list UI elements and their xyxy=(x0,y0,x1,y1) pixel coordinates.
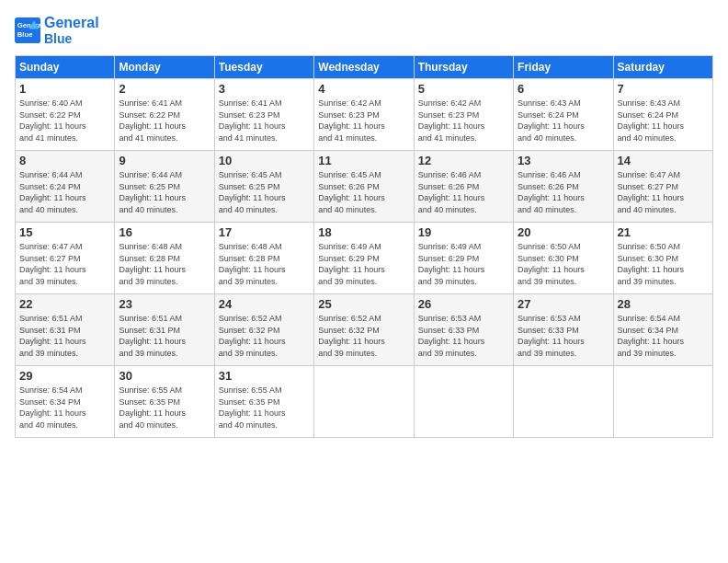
day-detail: Sunrise: 6:51 AMSunset: 6:31 PMDaylight:… xyxy=(119,313,210,359)
day-detail: Sunrise: 6:52 AMSunset: 6:32 PMDaylight:… xyxy=(219,313,310,359)
calendar-cell: 28Sunrise: 6:54 AMSunset: 6:34 PMDayligh… xyxy=(613,294,712,366)
calendar-cell: 2Sunrise: 6:41 AMSunset: 6:22 PMDaylight… xyxy=(115,79,214,151)
calendar-cell: 4Sunrise: 6:42 AMSunset: 6:23 PMDaylight… xyxy=(314,79,414,151)
day-number: 1 xyxy=(19,82,110,96)
calendar-cell: 30Sunrise: 6:55 AMSunset: 6:35 PMDayligh… xyxy=(115,366,214,438)
day-number: 20 xyxy=(518,225,609,239)
day-number: 8 xyxy=(19,154,110,167)
day-number: 3 xyxy=(219,82,310,96)
day-detail: Sunrise: 6:46 AMSunset: 6:26 PMDaylight:… xyxy=(418,169,509,215)
day-number: 23 xyxy=(119,297,210,311)
day-detail: Sunrise: 6:42 AMSunset: 6:23 PMDaylight:… xyxy=(418,98,509,144)
calendar-cell: 29Sunrise: 6:54 AMSunset: 6:34 PMDayligh… xyxy=(16,366,115,438)
logo-icon: General Blue xyxy=(15,17,40,43)
calendar-week-2: 8Sunrise: 6:44 AMSunset: 6:24 PMDaylight… xyxy=(16,151,713,223)
calendar-cell: 25Sunrise: 6:52 AMSunset: 6:32 PMDayligh… xyxy=(314,294,414,366)
day-detail: Sunrise: 6:55 AMSunset: 6:35 PMDaylight:… xyxy=(119,385,210,431)
day-number: 21 xyxy=(618,225,709,239)
calendar-cell: 11Sunrise: 6:45 AMSunset: 6:26 PMDayligh… xyxy=(314,151,414,223)
day-number: 31 xyxy=(219,369,310,383)
calendar-cell xyxy=(613,366,712,438)
day-detail: Sunrise: 6:43 AMSunset: 6:24 PMDaylight:… xyxy=(618,98,709,144)
day-number: 15 xyxy=(19,225,110,239)
day-detail: Sunrise: 6:46 AMSunset: 6:26 PMDaylight:… xyxy=(518,169,609,215)
calendar-cell: 19Sunrise: 6:49 AMSunset: 6:29 PMDayligh… xyxy=(414,223,513,294)
calendar-cell: 21Sunrise: 6:50 AMSunset: 6:30 PMDayligh… xyxy=(613,223,712,294)
day-number: 19 xyxy=(418,225,509,239)
day-detail: Sunrise: 6:48 AMSunset: 6:28 PMDaylight:… xyxy=(219,241,310,287)
day-detail: Sunrise: 6:45 AMSunset: 6:25 PMDaylight:… xyxy=(219,169,310,215)
calendar-cell: 17Sunrise: 6:48 AMSunset: 6:28 PMDayligh… xyxy=(214,223,313,294)
day-number: 17 xyxy=(219,225,310,239)
calendar-cell: 13Sunrise: 6:46 AMSunset: 6:26 PMDayligh… xyxy=(514,151,613,223)
day-detail: Sunrise: 6:49 AMSunset: 6:29 PMDaylight:… xyxy=(318,241,409,287)
day-number: 10 xyxy=(219,154,310,167)
day-detail: Sunrise: 6:52 AMSunset: 6:32 PMDaylight:… xyxy=(318,313,409,359)
day-number: 5 xyxy=(418,82,509,96)
calendar-cell: 7Sunrise: 6:43 AMSunset: 6:24 PMDaylight… xyxy=(613,79,712,151)
day-detail: Sunrise: 6:54 AMSunset: 6:34 PMDaylight:… xyxy=(19,385,110,431)
day-detail: Sunrise: 6:54 AMSunset: 6:34 PMDaylight:… xyxy=(618,313,709,359)
calendar-cell: 31Sunrise: 6:55 AMSunset: 6:35 PMDayligh… xyxy=(214,366,313,438)
weekday-header-thursday: Thursday xyxy=(414,56,513,79)
day-detail: Sunrise: 6:51 AMSunset: 6:31 PMDaylight:… xyxy=(19,313,110,359)
day-detail: Sunrise: 6:50 AMSunset: 6:30 PMDaylight:… xyxy=(518,241,609,287)
day-number: 28 xyxy=(618,297,709,311)
weekday-header-saturday: Saturday xyxy=(613,56,712,79)
day-number: 29 xyxy=(19,369,110,383)
day-number: 16 xyxy=(119,225,210,239)
day-detail: Sunrise: 6:41 AMSunset: 6:22 PMDaylight:… xyxy=(119,98,210,144)
calendar-cell: 23Sunrise: 6:51 AMSunset: 6:31 PMDayligh… xyxy=(115,294,214,366)
calendar-cell: 8Sunrise: 6:44 AMSunset: 6:24 PMDaylight… xyxy=(16,151,115,223)
day-detail: Sunrise: 6:44 AMSunset: 6:24 PMDaylight:… xyxy=(19,169,110,215)
day-number: 26 xyxy=(418,297,509,311)
svg-text:Blue: Blue xyxy=(17,30,33,39)
day-number: 6 xyxy=(518,82,609,96)
weekday-header-friday: Friday xyxy=(514,56,613,79)
day-detail: Sunrise: 6:47 AMSunset: 6:27 PMDaylight:… xyxy=(618,169,709,215)
day-number: 22 xyxy=(19,297,110,311)
calendar-cell: 10Sunrise: 6:45 AMSunset: 6:25 PMDayligh… xyxy=(214,151,313,223)
day-detail: Sunrise: 6:44 AMSunset: 6:25 PMDaylight:… xyxy=(119,169,210,215)
calendar-cell: 3Sunrise: 6:41 AMSunset: 6:23 PMDaylight… xyxy=(214,79,313,151)
day-detail: Sunrise: 6:53 AMSunset: 6:33 PMDaylight:… xyxy=(518,313,609,359)
calendar-cell: 6Sunrise: 6:43 AMSunset: 6:24 PMDaylight… xyxy=(514,79,613,151)
day-number: 11 xyxy=(318,154,409,167)
calendar-cell: 18Sunrise: 6:49 AMSunset: 6:29 PMDayligh… xyxy=(314,223,414,294)
calendar-week-3: 15Sunrise: 6:47 AMSunset: 6:27 PMDayligh… xyxy=(16,223,713,294)
day-number: 9 xyxy=(119,154,210,167)
calendar-cell xyxy=(514,366,613,438)
day-number: 2 xyxy=(119,82,210,96)
weekday-header-monday: Monday xyxy=(115,56,214,79)
weekday-header-tuesday: Tuesday xyxy=(214,56,313,79)
calendar-week-1: 1Sunrise: 6:40 AMSunset: 6:22 PMDaylight… xyxy=(16,79,713,151)
day-detail: Sunrise: 6:48 AMSunset: 6:28 PMDaylight:… xyxy=(119,241,210,287)
weekday-header-wednesday: Wednesday xyxy=(314,56,414,79)
calendar-cell: 12Sunrise: 6:46 AMSunset: 6:26 PMDayligh… xyxy=(414,151,513,223)
logo: General Blue General Blue xyxy=(15,15,99,46)
calendar-cell: 26Sunrise: 6:53 AMSunset: 6:33 PMDayligh… xyxy=(414,294,513,366)
day-detail: Sunrise: 6:53 AMSunset: 6:33 PMDaylight:… xyxy=(418,313,509,359)
day-number: 30 xyxy=(119,369,210,383)
calendar-cell: 15Sunrise: 6:47 AMSunset: 6:27 PMDayligh… xyxy=(16,223,115,294)
calendar-cell: 16Sunrise: 6:48 AMSunset: 6:28 PMDayligh… xyxy=(115,223,214,294)
day-number: 25 xyxy=(318,297,409,311)
calendar-cell: 20Sunrise: 6:50 AMSunset: 6:30 PMDayligh… xyxy=(514,223,613,294)
calendar-week-4: 22Sunrise: 6:51 AMSunset: 6:31 PMDayligh… xyxy=(16,294,713,366)
calendar-cell: 9Sunrise: 6:44 AMSunset: 6:25 PMDaylight… xyxy=(115,151,214,223)
calendar-cell: 24Sunrise: 6:52 AMSunset: 6:32 PMDayligh… xyxy=(214,294,313,366)
day-detail: Sunrise: 6:50 AMSunset: 6:30 PMDaylight:… xyxy=(618,241,709,287)
calendar-cell: 1Sunrise: 6:40 AMSunset: 6:22 PMDaylight… xyxy=(16,79,115,151)
day-number: 13 xyxy=(518,154,609,167)
day-number: 12 xyxy=(418,154,509,167)
day-number: 14 xyxy=(618,154,709,167)
calendar-week-5: 29Sunrise: 6:54 AMSunset: 6:34 PMDayligh… xyxy=(16,366,713,438)
calendar-cell xyxy=(414,366,513,438)
day-number: 24 xyxy=(219,297,310,311)
day-detail: Sunrise: 6:47 AMSunset: 6:27 PMDaylight:… xyxy=(19,241,110,287)
calendar-cell xyxy=(314,366,414,438)
day-detail: Sunrise: 6:45 AMSunset: 6:26 PMDaylight:… xyxy=(318,169,409,215)
day-number: 18 xyxy=(318,225,409,239)
calendar-cell: 14Sunrise: 6:47 AMSunset: 6:27 PMDayligh… xyxy=(613,151,712,223)
calendar-cell: 22Sunrise: 6:51 AMSunset: 6:31 PMDayligh… xyxy=(16,294,115,366)
